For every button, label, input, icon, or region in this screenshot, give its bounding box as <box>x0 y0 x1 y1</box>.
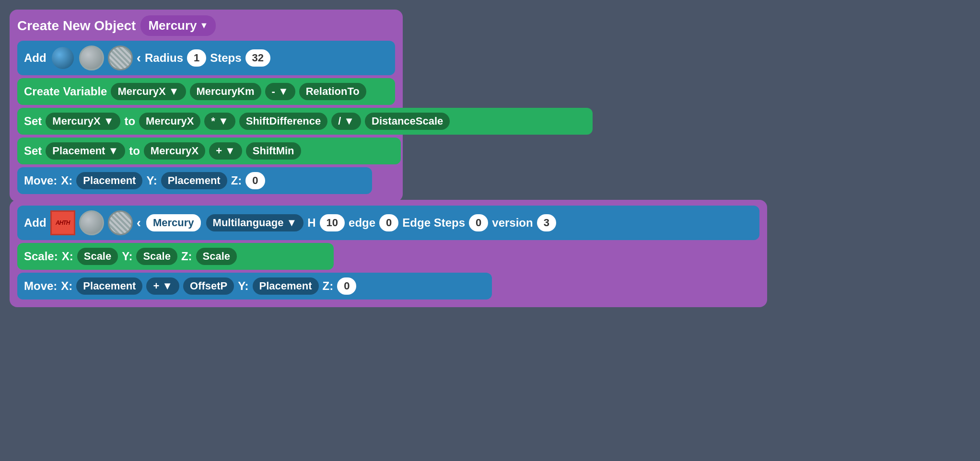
radius-value[interactable]: 1 <box>187 49 206 67</box>
shift-min-pill[interactable]: ShiftMin <box>246 142 301 160</box>
mercury-dropdown-arrow: ▼ <box>200 21 209 31</box>
main-container: Create New Object Mercury ▼ Add ‹ Radius… <box>10 10 767 307</box>
add-label-2: Add <box>24 216 47 230</box>
radius-label: Radius <box>145 51 183 65</box>
plus-dropdown-2[interactable]: + ▼ <box>146 277 179 295</box>
placement-x-pill-2[interactable]: Placement <box>76 277 142 295</box>
mercury-label: Mercury <box>148 18 197 33</box>
z-value-1[interactable]: 0 <box>245 172 265 189</box>
edge-steps-value-pill[interactable]: 0 <box>469 214 488 231</box>
header-row: Create New Object Mercury ▼ <box>17 15 395 36</box>
placement-dropdown-1[interactable]: Placement ▼ <box>46 142 125 160</box>
z-label-1: Z: <box>231 174 242 187</box>
set-label-2: Set <box>24 144 42 158</box>
gray-sphere-icon[interactable] <box>79 46 104 70</box>
striped-sphere-icon[interactable] <box>108 46 133 70</box>
version-value-pill[interactable]: 3 <box>537 214 556 231</box>
z-value-2[interactable]: 0 <box>337 277 356 295</box>
add-label: Add <box>24 51 47 65</box>
h-label: H <box>307 216 315 230</box>
to-label-1: to <box>124 115 135 128</box>
striped-sphere-icon-2[interactable] <box>108 210 133 235</box>
version-label: version <box>492 216 533 230</box>
move-row-2: Move: X: Placement + ▼ OffsetP Y: Placem… <box>17 273 492 300</box>
mercury-x-pill-2[interactable]: MercuryX <box>144 142 205 160</box>
text-icon[interactable]: АНTH <box>50 210 75 235</box>
mercury-x-dropdown-1[interactable]: MercuryX ▼ <box>111 83 186 100</box>
z-label-3: Z: <box>323 279 334 293</box>
move-label-2: Move: <box>24 279 57 293</box>
create-variable-row: Create Variable MercuryX ▼ MercuryKm - ▼… <box>17 78 395 105</box>
blue-sphere-icon[interactable] <box>50 46 75 70</box>
multilanguage-dropdown[interactable]: Multilanguage ▼ <box>206 214 304 231</box>
scale-z-pill[interactable]: Scale <box>196 248 237 265</box>
plus-dropdown-1[interactable]: + ▼ <box>209 142 242 160</box>
placement-x-pill-1[interactable]: Placement <box>76 172 142 189</box>
to-label-2: to <box>129 144 140 158</box>
steps-value[interactable]: 32 <box>245 49 270 67</box>
purple-block-top: Create New Object Mercury ▼ Add ‹ Radius… <box>10 10 403 202</box>
multiply-dropdown[interactable]: * ▼ <box>204 113 235 130</box>
x-label-1: X: <box>61 174 72 187</box>
scale-row: Scale: X: Scale Y: Scale Z: Scale <box>17 243 334 270</box>
scale-x-pill[interactable]: Scale <box>77 248 118 265</box>
scale-y-pill[interactable]: Scale <box>136 248 177 265</box>
mercury-km-pill[interactable]: MercuryKm <box>190 83 261 100</box>
steps-label: Steps <box>210 51 241 65</box>
add-text-row: Add АНTH ‹ Mercury Multilanguage ▼ H 10 … <box>17 206 759 240</box>
y-label-3: Y: <box>238 279 248 293</box>
add-sphere-row: Add ‹ Radius 1 Steps 32 <box>17 41 395 75</box>
placement-y-pill-1[interactable]: Placement <box>161 172 227 189</box>
edge-value-pill[interactable]: 0 <box>379 214 398 231</box>
y-label-2: Y: <box>122 250 132 263</box>
distance-scale-pill[interactable]: DistanceScale <box>365 113 450 130</box>
chevron-left-icon-2: ‹ <box>137 215 141 230</box>
create-variable-label: Create Variable <box>24 85 107 98</box>
z-label-2: Z: <box>181 250 192 263</box>
divide-dropdown[interactable]: / ▼ <box>331 113 361 130</box>
placement-y-pill-2[interactable]: Placement <box>253 277 319 295</box>
move-label-1: Move: <box>24 174 57 187</box>
set-placement-row: Set Placement ▼ to MercuryX + ▼ ShiftMin <box>17 138 401 164</box>
shift-difference-pill[interactable]: ShiftDifference <box>239 113 327 130</box>
set-label-1: Set <box>24 115 42 128</box>
mercury-dropdown[interactable]: Mercury ▼ <box>140 15 216 36</box>
dash-dropdown[interactable]: - ▼ <box>265 83 295 100</box>
set-mercury-x-row: Set MercuryX ▼ to MercuryX * ▼ ShiftDiff… <box>17 108 593 135</box>
y-label-1: Y: <box>146 174 157 187</box>
mercury-value-pill[interactable]: Mercury <box>145 213 202 233</box>
move-row-1: Move: X: Placement Y: Placement Z: 0 <box>17 167 372 194</box>
mercury-x-dropdown-2[interactable]: MercuryX ▼ <box>46 113 120 130</box>
x-label-3: X: <box>61 279 72 293</box>
edge-label: edge <box>349 216 375 230</box>
mercury-x-value-pill[interactable]: MercuryX <box>139 113 200 130</box>
chevron-left-icon: ‹ <box>137 50 141 66</box>
edge-steps-label: Edge Steps <box>402 216 465 230</box>
create-new-object-label: Create New Object <box>17 18 136 34</box>
offset-p-pill[interactable]: OffsetP <box>183 277 234 295</box>
h-value-pill[interactable]: 10 <box>320 214 345 231</box>
relation-to-pill[interactable]: RelationTo <box>299 83 366 100</box>
scale-label: Scale: <box>24 250 58 263</box>
x-label-2: X: <box>62 250 73 263</box>
gray-sphere-icon-2[interactable] <box>79 210 104 235</box>
purple-block-bottom: Add АНTH ‹ Mercury Multilanguage ▼ H 10 … <box>10 200 767 307</box>
